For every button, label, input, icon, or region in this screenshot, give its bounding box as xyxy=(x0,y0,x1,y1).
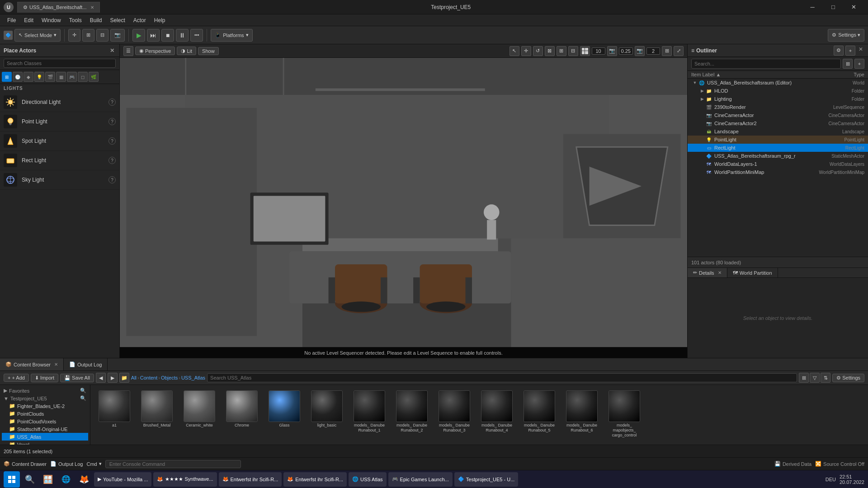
source-control-status[interactable]: 🔀 Source Control Off xyxy=(815,461,864,467)
asset-chrome[interactable]: Chrome xyxy=(222,389,262,439)
menu-build[interactable]: Build xyxy=(86,16,106,24)
task-synthwave[interactable]: 🦊 ★★★★ Synthwave... xyxy=(153,472,217,487)
tree-item-rectlight[interactable]: ▭ RectLight RectLight xyxy=(688,144,868,152)
output-log-btn[interactable]: 📄 Output Log xyxy=(50,461,83,467)
tab-cinematics[interactable]: 🎬 xyxy=(45,72,55,82)
menu-help[interactable]: Help xyxy=(151,16,169,24)
breadcrumb-content[interactable]: Content xyxy=(140,375,158,380)
expand-lighting[interactable]: ▶ xyxy=(699,97,705,101)
outliner-add-icon[interactable]: + xyxy=(845,46,855,56)
cam-count-icon[interactable]: 📷 xyxy=(635,46,645,56)
details-close-icon[interactable]: ✕ xyxy=(718,270,722,275)
start-button[interactable] xyxy=(4,471,20,488)
actor-spot-light[interactable]: Spot Light ? xyxy=(0,131,119,151)
outliner-add-btn[interactable]: + xyxy=(854,59,864,69)
outliner-close-button[interactable]: ✕ xyxy=(857,46,864,53)
file-item-pointcloudvoxels[interactable]: 📁 PointCloudVoxels xyxy=(2,418,88,425)
sort-icon[interactable]: ⇅ xyxy=(821,373,830,383)
tab-all[interactable]: ⊞ xyxy=(2,72,12,82)
sky-light-help[interactable]: ? xyxy=(108,176,116,183)
back-button[interactable]: ◀ xyxy=(96,373,106,383)
taskbar-edge[interactable]: 🌐 xyxy=(58,471,74,488)
taskbar-firefox[interactable]: 🦊 xyxy=(76,471,92,488)
stop-button[interactable]: ■ xyxy=(161,29,174,42)
asset-cargo[interactable]: models_ mapobjects_ cargo_control xyxy=(604,389,645,439)
transform-tool-vp[interactable]: ⊞ xyxy=(557,46,566,56)
task-youtube[interactable]: ▶ YouTube - Mozilla ... xyxy=(94,472,151,487)
asset-brushed-metal[interactable]: Brushed_Metal xyxy=(137,389,177,439)
tree-item-camera1[interactable]: 📷 CineCameraActor CineCameraActor xyxy=(688,111,868,119)
maximize-button[interactable]: □ xyxy=(823,0,844,14)
tab-volumes[interactable]: ◻ xyxy=(78,72,88,82)
asset-ceramic[interactable]: Ceramic_white xyxy=(179,389,220,439)
file-item-pointclouds[interactable]: 📁 PointClouds xyxy=(2,410,88,418)
asset-grid[interactable]: a1 Brushed_Metal Ceramic_white Chrome Gl… xyxy=(90,385,868,445)
asset-danube5[interactable]: models_ Danube Runabout_5 xyxy=(519,389,560,439)
outliner-tree[interactable]: ▼ 🌐 USS_Atlas_Bereitschaftsraum (Editor)… xyxy=(688,79,868,257)
add-button[interactable]: + + Add xyxy=(4,374,29,382)
perspective-button[interactable]: ◉ Perspective xyxy=(135,47,175,55)
derived-data-status[interactable]: 💾 Derived Data xyxy=(774,461,811,467)
grid-view-icon[interactable]: ⊞ xyxy=(799,373,809,383)
grid-value[interactable]: 10 xyxy=(592,47,605,55)
scale-value[interactable]: 0.25 xyxy=(619,47,633,55)
actor-rect-light[interactable]: Rect Light ? xyxy=(0,151,119,170)
dots-button[interactable]: ••• xyxy=(190,29,203,42)
rotate-tool[interactable]: ↺ xyxy=(533,46,543,56)
project-search-icon[interactable]: 🔍 xyxy=(80,395,86,401)
editor-tab[interactable]: ⚙ USS_Atlas_Bereitschaft... ✕ xyxy=(17,2,100,13)
outliner-search-input[interactable] xyxy=(691,59,841,69)
directional-light-help[interactable]: ? xyxy=(108,99,116,106)
content-browser-search[interactable] xyxy=(207,373,797,382)
tree-item-hlod[interactable]: ▶ 📁 HLOD Folder xyxy=(688,87,868,95)
snap-tool-vp[interactable]: ⊟ xyxy=(568,46,578,56)
tab-close-icon[interactable]: ✕ xyxy=(90,5,94,10)
scale-tool[interactable]: ⊠ xyxy=(545,46,555,56)
task-scifi2[interactable]: 🦊 Entwerfst ihr Scifi-R... xyxy=(283,472,347,487)
expand-hlod[interactable]: ▶ xyxy=(699,89,705,93)
menu-window[interactable]: Window xyxy=(38,16,65,24)
spot-light-help[interactable]: ? xyxy=(108,137,116,145)
tree-item-static-mesh[interactable]: 🔷 USS_Atlas_Bereitschaftsraum_rpg_r Stat… xyxy=(688,152,868,160)
platforms-button[interactable]: 📱 Platforms ▾ xyxy=(211,29,252,42)
task-scifi1[interactable]: 🦊 Entwerfst ihr Scifi-R... xyxy=(219,472,282,487)
tree-item-world[interactable]: ▼ 🌐 USS_Atlas_Bereitschaftsraum (Editor)… xyxy=(688,79,868,87)
output-log-tab[interactable]: 📄 Output Log xyxy=(64,358,108,371)
skip-button[interactable]: ⏭ xyxy=(147,29,160,42)
content-browser-close[interactable]: ✕ xyxy=(54,362,58,367)
tree-item-camera2[interactable]: 📷 CineCameraActor2 CineCameraActor xyxy=(688,119,868,127)
favorites-search-icon[interactable]: 🔍 xyxy=(80,388,86,394)
import-button[interactable]: ⬇ Import xyxy=(31,374,58,382)
taskbar-search[interactable]: 🔍 xyxy=(22,471,38,488)
actor-point-light[interactable]: Point Light ? xyxy=(0,112,119,131)
forward-button[interactable]: ▶ xyxy=(108,373,118,383)
content-drawer-btn[interactable]: 📦 Content Drawer xyxy=(4,461,47,467)
cmd-selector[interactable]: Cmd ▾ xyxy=(86,461,101,467)
pause-button[interactable]: ⏸ xyxy=(176,29,189,42)
tab-world-partition[interactable]: 🗺 World Partition xyxy=(727,268,778,277)
menu-select[interactable]: Select xyxy=(106,16,128,24)
tree-item-lighting[interactable]: ▶ 📁 Lighting Folder xyxy=(688,95,868,103)
maximize-vp[interactable]: ⤢ xyxy=(674,46,684,56)
menu-file[interactable]: File xyxy=(4,16,19,24)
save-all-button[interactable]: 💾 Save All xyxy=(60,374,94,382)
project-section[interactable]: ▼ Testproject_UE5 🔍 xyxy=(2,394,88,402)
asset-danube4[interactable]: models_ Danube Runabout_4 xyxy=(476,389,517,439)
grid-view-btn[interactable] xyxy=(580,46,590,56)
asset-a1[interactable]: a1 xyxy=(94,389,135,439)
tab-basic[interactable]: ▦ xyxy=(56,72,66,82)
transform-tool[interactable]: ✛ xyxy=(68,29,80,42)
breadcrumb-all[interactable]: All xyxy=(131,375,137,380)
file-item-stadtschiff[interactable]: 📁 Stadtschiff-Original-UE xyxy=(2,425,88,433)
rect-light-help[interactable]: ? xyxy=(108,157,116,164)
task-epic[interactable]: 🎮 Epic Games Launch... xyxy=(388,472,453,487)
select-tool[interactable]: ↖ xyxy=(509,46,519,56)
outliner-view-icon[interactable]: ⊞ xyxy=(843,59,853,69)
task-ue5[interactable]: 🔷 Testproject_UE5 - U... xyxy=(454,472,519,487)
actor-snap-tool[interactable]: ⊞ xyxy=(82,29,94,42)
tree-item-worlddata[interactable]: 🗺 WorldDataLayers-1 WorldDataLayers xyxy=(688,160,868,168)
cam-value[interactable]: 2 xyxy=(646,47,660,55)
task-uss-atlas[interactable]: 🌐 USS Atlas xyxy=(349,472,387,487)
taskbar-taskview[interactable]: 🪟 xyxy=(40,471,56,488)
actor-sky-light[interactable]: Sky Light ? xyxy=(0,170,119,190)
